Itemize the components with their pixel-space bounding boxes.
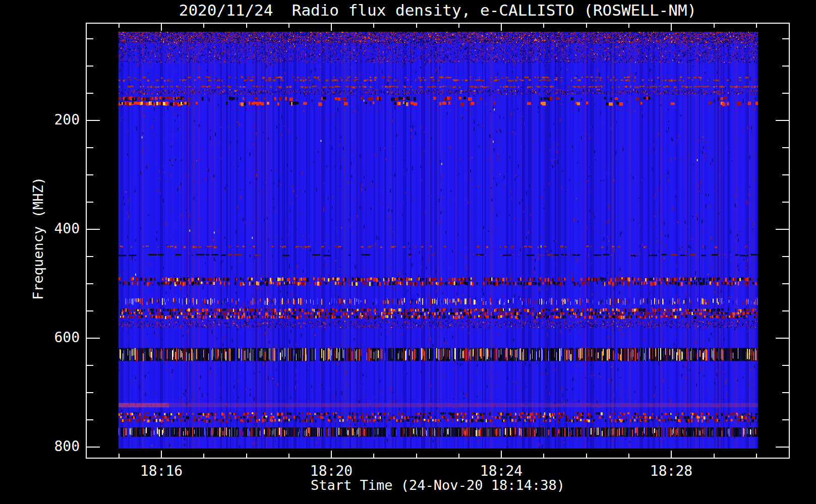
axis-tick [246, 454, 247, 458]
axis-tick [782, 256, 789, 257]
x-axis-label: Start Time (24-Nov-20 18:14:38) [86, 477, 790, 493]
axis-tick [87, 66, 93, 67]
axis-tick [87, 38, 93, 39]
axis-tick [373, 454, 374, 458]
axis-tick [782, 202, 789, 203]
axis-tick [782, 174, 789, 175]
axis-tick [586, 24, 587, 28]
axis-tick [373, 24, 374, 28]
axis-tick [776, 447, 789, 448]
axis-tick [782, 147, 789, 148]
axis-tick [331, 24, 332, 31]
axis-tick [87, 365, 93, 366]
axis-tick [288, 454, 289, 458]
y-axis-label: Frequency (MHZ) [30, 177, 46, 300]
axis-tick [776, 120, 789, 121]
y-tick-label: 400 [33, 220, 80, 237]
axis-tick [501, 24, 502, 31]
axis-tick [87, 310, 93, 311]
axis-tick [776, 229, 789, 230]
axis-tick [458, 454, 459, 458]
axis-tick [458, 24, 459, 28]
axis-tick [416, 24, 417, 28]
chart-title: 2020/11/24 Radio flux density, e-CALLIST… [86, 1, 790, 19]
axis-tick [782, 283, 789, 284]
axis-tick [782, 365, 789, 366]
axis-tick [87, 419, 93, 420]
axis-tick [87, 202, 93, 203]
axis-tick [756, 24, 757, 28]
axis-tick [628, 454, 629, 458]
plot-frame [86, 23, 790, 459]
axis-tick [782, 392, 789, 393]
axis-tick [671, 24, 672, 31]
axis-tick [782, 66, 789, 67]
axis-tick [756, 454, 757, 458]
axis-tick [87, 283, 93, 284]
axis-tick [87, 338, 100, 339]
axis-tick [782, 419, 789, 420]
axis-tick [87, 447, 100, 448]
axis-tick [87, 392, 93, 393]
axis-tick [87, 174, 93, 175]
axis-tick [87, 256, 93, 257]
axis-tick [119, 24, 120, 28]
axis-tick [501, 451, 502, 458]
axis-tick [87, 229, 100, 230]
y-tick-label: 800 [33, 438, 80, 455]
axis-tick [586, 454, 587, 458]
axis-tick [782, 38, 789, 39]
axis-tick [119, 454, 120, 458]
axis-tick [543, 24, 544, 28]
axis-tick [87, 147, 93, 148]
y-tick-label: 200 [33, 111, 80, 128]
axis-tick [782, 310, 789, 311]
axis-tick [782, 93, 789, 94]
axis-tick [203, 24, 204, 28]
axis-tick [87, 93, 93, 94]
axis-tick [714, 454, 715, 458]
axis-tick [161, 451, 162, 458]
axis-tick [776, 338, 789, 339]
axis-tick [543, 454, 544, 458]
axis-tick [161, 24, 162, 31]
axis-tick [416, 454, 417, 458]
axis-tick [714, 24, 715, 28]
axis-tick [203, 454, 204, 458]
axis-tick [246, 24, 247, 28]
axis-tick [87, 120, 100, 121]
axis-tick [628, 24, 629, 28]
axis-tick [331, 451, 332, 458]
axis-tick [288, 24, 289, 28]
spectrogram-page: 2020/11/24 Radio flux density, e-CALLIST… [0, 0, 816, 504]
y-tick-label: 600 [33, 329, 80, 346]
axis-tick [671, 451, 672, 458]
